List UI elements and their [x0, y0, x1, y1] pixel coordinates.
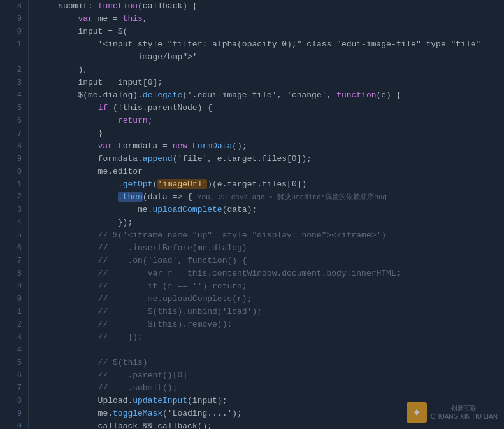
line-number: 9: [0, 13, 22, 25]
code-token: .: [38, 179, 123, 189]
code-token: input = input[0];: [38, 78, 162, 87]
line-number: 2: [0, 318, 22, 331]
line-number: 4: [0, 344, 22, 356]
code-token: // me.uploadComplete(r);: [38, 294, 252, 304]
code-token: me.: [38, 409, 113, 418]
line-numbers: 8901234567890123456789012345678901: [0, 0, 29, 429]
code-token: if: [98, 103, 108, 113]
code-line: submit: function(callback) {: [38, 0, 504, 13]
line-number: 2: [0, 64, 22, 76]
code-token: this: [123, 14, 143, 24]
line-number: 5: [0, 356, 22, 369]
code-token: callback && callback();: [38, 421, 212, 429]
code-token: ();: [232, 141, 247, 151]
code-token: // if (r == '') return;: [38, 281, 247, 291]
code-token: // $(this).remove();: [38, 320, 232, 329]
line-number: [0, 51, 22, 64]
line-number: 6: [0, 369, 22, 382]
code-token: me =: [93, 14, 123, 24]
line-number: 9: [0, 280, 22, 293]
line-number: 0: [0, 420, 22, 429]
code-token: (data => {: [143, 192, 192, 202]
code-token: // });: [38, 332, 143, 342]
code-token: // var r = this.contentWindow.document.b…: [38, 269, 401, 278]
logo-watermark: ✦ 创新互联 CHUANG XIN HU LIAN: [407, 402, 498, 423]
code-line: me.uploadComplete(data);: [38, 204, 504, 216]
code-content[interactable]: submit: function(callback) { var me = th…: [29, 0, 504, 429]
line-number: 2: [0, 191, 22, 204]
code-token: append: [143, 154, 173, 164]
code-line: // $(this): [38, 356, 504, 369]
line-number: 3: [0, 204, 22, 216]
code-line: input = input[0];: [38, 76, 504, 89]
code-line: // $(this).unbind('load');: [38, 306, 504, 318]
code-token: (data);: [222, 205, 257, 215]
code-token: new: [173, 141, 187, 151]
code-line: }: [38, 127, 504, 140]
line-number: 5: [0, 229, 22, 242]
code-line: '<input style="filter: alpha(opacity=0);…: [38, 38, 504, 51]
code-line: var formdata = new FormData();: [38, 140, 504, 153]
line-number: 7: [0, 255, 22, 267]
code-token: Upload.: [38, 396, 133, 405]
code-token: getOpt: [123, 179, 153, 189]
code-line: // $(this).remove();: [38, 318, 504, 331]
code-editor: 8901234567890123456789012345678901 submi…: [0, 0, 504, 429]
code-line: return;: [38, 115, 504, 127]
logo-icon: ✦: [407, 402, 427, 423]
line-number: 6: [0, 242, 22, 255]
code-token: formdata =: [113, 141, 173, 151]
code-token: [38, 116, 118, 125]
code-token: [187, 141, 192, 151]
line-number: 9: [0, 407, 22, 420]
code-line: $(me.dialog).delegate('.edui-image-file'…: [38, 89, 504, 102]
code-line: .getOpt('imageUrl')(e.target.files[0]): [38, 178, 504, 191]
code-line: // if (r == '') return;: [38, 280, 504, 293]
code-line: me.editor: [38, 165, 504, 178]
code-line: // .insertBefore(me.dialog): [38, 242, 504, 255]
code-line: [38, 344, 504, 356]
code-token: ,: [143, 14, 148, 24]
code-token: .then: [118, 192, 143, 202]
line-number: 3: [0, 76, 22, 89]
code-token: // .submit();: [38, 383, 177, 393]
code-token: });: [38, 218, 133, 227]
code-token: You, 23 days ago • 解决umeditor偶发的依赖顺序bug: [198, 193, 387, 201]
line-number: 1: [0, 306, 22, 318]
logo-text: 创新互联 CHUANG XIN HU LIAN: [431, 404, 498, 421]
code-line: input = $(: [38, 25, 504, 38]
code-token: // .parent()[0]: [38, 370, 187, 380]
line-number: 6: [0, 115, 22, 127]
code-token: input = $(: [38, 27, 127, 36]
code-token: (!this.parentNode) {: [108, 103, 212, 113]
code-token: // $('<iframe name="up" style="display: …: [38, 230, 386, 240]
code-token: return: [118, 116, 148, 125]
line-number: 3: [0, 331, 22, 344]
code-line: });: [38, 216, 504, 229]
line-number: 0: [0, 293, 22, 306]
code-token: var: [98, 141, 113, 151]
code-token: ;: [148, 116, 153, 125]
code-token: ': [38, 39, 103, 49]
code-line: formdata.append('file', e.target.files[0…: [38, 153, 504, 165]
code-token: function: [98, 1, 138, 11]
line-number: 1: [0, 38, 22, 51]
code-line: // .submit();: [38, 382, 504, 395]
code-token: ('file', e.target.files[0]);: [173, 154, 312, 164]
code-token: <input style="filter: alpha(opacity=0);"…: [103, 39, 486, 49]
code-token: (input);: [187, 396, 227, 405]
code-line: ),: [38, 64, 504, 76]
code-token: 'imageUrl': [157, 179, 207, 189]
code-line: // .parent()[0]: [38, 369, 504, 382]
code-token: uploadComplete: [152, 205, 222, 215]
line-number: 9: [0, 153, 22, 165]
code-token: // $(this).unbind('load');: [38, 307, 262, 316]
code-line: image/bmp">': [38, 51, 504, 64]
code-token: [38, 14, 78, 24]
code-token: image/bmp">': [38, 52, 198, 62]
code-token: ('Loading....');: [162, 409, 242, 418]
line-number: 1: [0, 178, 22, 191]
code-line: // me.uploadComplete(r);: [38, 293, 504, 306]
code-token: updateInput: [133, 396, 187, 405]
line-number: 0: [0, 25, 22, 38]
